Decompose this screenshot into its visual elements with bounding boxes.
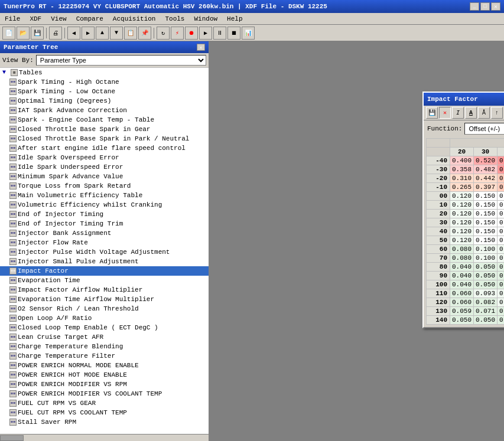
table-cell[interactable]: 0.150 [498, 236, 504, 245]
table-cell[interactable]: 0.040 [450, 263, 474, 272]
tree-item-spark-low[interactable]: ≡≡ Spark Timing - Low Octane [0, 87, 209, 96]
table-cell[interactable]: 0.071 [474, 307, 498, 316]
dlg-close-btn[interactable]: ✕ [439, 107, 451, 119]
table-cell[interactable]: 0.050 [498, 280, 504, 289]
tree-item-lean-cruise[interactable]: ≡≡ Lean Cruise Target AFR [0, 332, 209, 342]
tree-item-pwr-hot[interactable]: ≡≡ POWER ENRICH HOT MODE ENABLE [0, 370, 209, 380]
tree-item-inj-flow[interactable]: ≡≡ Injector Flow Rate [0, 238, 209, 247]
tree-item-torque[interactable]: ≡≡ Torque Loss from Spark Retard [0, 181, 209, 191]
table-cell[interactable]: 0.150 [474, 236, 498, 245]
table-cell[interactable]: 0.120 [450, 218, 474, 227]
tree-item-end-inj[interactable]: ≡≡ End of Injector Timing [0, 210, 209, 219]
tree-item-idle-over[interactable]: ≡≡ Idle Spark Overspeed Error [0, 153, 209, 162]
tree-item-fuel-cut-gear[interactable]: ≡≡ FUEL CUT RPM VS GEAR [0, 398, 209, 408]
table-cell[interactable]: 0.120 [450, 227, 474, 236]
tree-item-closed-loop[interactable]: ≡≡ Closed Loop Temp Enable ( ECT DegC ) [0, 323, 209, 332]
table-cell[interactable]: 0.150 [474, 201, 498, 210]
table-cell[interactable]: 0.150 [474, 227, 498, 236]
table-cell[interactable]: 0.120 [450, 236, 474, 245]
table-cell[interactable]: 0.093 [474, 289, 498, 298]
tree-item-optimal[interactable]: ≡≡ Optimal Timing (Degrees) [0, 96, 209, 106]
tree-item-charge-filter[interactable]: ≡≡ Charge Temperature Filter [0, 351, 209, 361]
dlg-italic-btn[interactable]: I [452, 107, 464, 119]
table-cell[interactable]: 0.442 [474, 174, 498, 183]
table-cell[interactable]: 0.040 [450, 280, 474, 289]
tree-item-idle-under[interactable]: ≡≡ Idle Spark Underspeed Error [0, 162, 209, 172]
tree-item-open-loop[interactable]: ≡≡ Open Loop A/F Ratio [0, 313, 209, 323]
table-cell[interactable]: 0.059 [450, 307, 474, 316]
paste-button[interactable]: 📌 [138, 27, 151, 40]
tree-item-min-spark[interactable]: ≡≡ Minimum Spark Advance Value [0, 172, 209, 181]
table-cell[interactable]: 0.125 [498, 289, 504, 298]
table-cell[interactable]: 0.150 [474, 210, 498, 218]
nav-up[interactable]: ▲ [96, 27, 109, 40]
stop-button[interactable]: ⏹ [227, 27, 240, 40]
minimize-button[interactable]: _ [470, 2, 479, 11]
menu-window[interactable]: Window [191, 15, 220, 23]
table-cell[interactable]: 0.520 [474, 156, 498, 165]
hscroll-thumb[interactable] [0, 435, 24, 441]
play-button[interactable]: ▶ [199, 27, 212, 40]
dlg-save-btn[interactable]: 💾 [426, 107, 438, 119]
menu-help[interactable]: Help [225, 15, 245, 23]
dlg-format-btn[interactable]: Å [478, 107, 490, 119]
table-cell[interactable]: 0.050 [474, 316, 498, 325]
table-cell[interactable]: 0.358 [450, 165, 474, 174]
table-cell[interactable]: 0.310 [450, 174, 474, 183]
close-button[interactable]: ✕ [491, 2, 500, 11]
table-cell[interactable]: 0.265 [450, 183, 474, 192]
record-button[interactable]: ⏺ [185, 27, 198, 40]
table-cell[interactable]: 0.100 [474, 245, 498, 254]
tree-item-iat[interactable]: ≡≡ IAT Spark Advance Correction [0, 106, 209, 115]
save-button[interactable]: 💾 [31, 27, 44, 40]
table-cell[interactable]: 0.120 [450, 192, 474, 201]
open-button[interactable]: 📂 [17, 27, 30, 40]
table-cell[interactable]: 0.050 [450, 316, 474, 325]
table-cell[interactable]: 0.150 [498, 227, 504, 236]
maximize-button[interactable]: □ [480, 2, 490, 11]
new-button[interactable]: 📄 [2, 27, 15, 40]
nav-fwd[interactable]: ▶ [82, 27, 95, 40]
table-cell[interactable]: 0.050 [474, 272, 498, 280]
param-tree-close[interactable]: ✕ [197, 44, 205, 51]
tree-item-pwr-norm[interactable]: ≡≡ POWER ENRICH NORMAL MODE ENABLE [0, 361, 209, 370]
tree-item-impact-factor[interactable]: ≡≡ Impact Factor [0, 266, 209, 276]
tree-item-inj-bank[interactable]: ≡≡ Injector Bank Assignment [0, 228, 209, 238]
table-cell[interactable]: 0.080 [450, 245, 474, 254]
table-cell[interactable]: 0.060 [450, 289, 474, 298]
table-cell[interactable]: 0.120 [450, 201, 474, 210]
tree-item-vol-crank[interactable]: ≡≡ Volumetric Efficiency whilst Cranking [0, 200, 209, 210]
table-cell[interactable]: 0.150 [498, 201, 504, 210]
table-cell[interactable]: 0.050 [474, 263, 498, 272]
table-cell[interactable]: 0.640 [498, 156, 504, 165]
tree-item-evap-time[interactable]: ≡≡ Evaporation Time [0, 276, 209, 285]
dlg-arrow-up-btn[interactable]: ↑ [491, 107, 503, 119]
table-cell[interactable]: 0.100 [474, 254, 498, 263]
tree-item-flare[interactable]: ≡≡ After start engine idle flare speed c… [0, 143, 209, 153]
tree-item-end-inj-trim[interactable]: ≡≡ End of Injector Timing Trim [0, 219, 209, 228]
view-by-select[interactable]: Parameter Type [36, 55, 206, 66]
table-cell[interactable]: 0.150 [498, 218, 504, 227]
table-cell[interactable]: 0.150 [474, 218, 498, 227]
function-select[interactable]: Offset (+/-) Multiply (%) Set Value [464, 123, 504, 135]
nav-back[interactable]: ◀ [67, 27, 80, 40]
chart-button[interactable]: 📊 [242, 27, 255, 40]
table-cell[interactable]: 0.150 [474, 192, 498, 201]
tree-item-charge-blend[interactable]: ≡≡ Charge Temperature Blending [0, 342, 209, 351]
tree-item-inj-small[interactable]: ≡≡ Injector Small Pulse Adjustment [0, 257, 209, 266]
table-cell[interactable]: 0.040 [450, 272, 474, 280]
tree-item-pwr-rpm[interactable]: ≡≡ POWER ENRICH MODIFIER VS RPM [0, 380, 209, 389]
tree-item-impact-af[interactable]: ≡≡ Impact Factor Airflow Multiplier [0, 285, 209, 295]
tree-item-inj-pulse[interactable]: ≡≡ Injector Pulse Width Voltage Adjustme… [0, 247, 209, 257]
table-cell[interactable]: 0.050 [498, 272, 504, 280]
refresh-button[interactable]: ↻ [157, 27, 170, 40]
compare-button[interactable]: ⚡ [171, 27, 184, 40]
table-cell[interactable]: 0.150 [498, 192, 504, 201]
table-cell[interactable]: 0.060 [450, 298, 474, 307]
tree-item-spark-ect[interactable]: ≡≡ Spark - Engine Coolant Temp - Table [0, 115, 209, 125]
table-cell[interactable]: 0.050 [498, 316, 504, 325]
tree-item-evap-af[interactable]: ≡≡ Evaporation Time Airflow Multiplier [0, 295, 209, 304]
tree-item-fuel-cut-coolant[interactable]: ≡≡ FUEL CUT RPM VS COOLANT TEMP [0, 408, 209, 417]
tree-hscrollbar[interactable] [0, 434, 209, 441]
tree-item-closed-throttle-park[interactable]: ≡≡ Closed Throttle Base Spark in Park / … [0, 134, 209, 143]
